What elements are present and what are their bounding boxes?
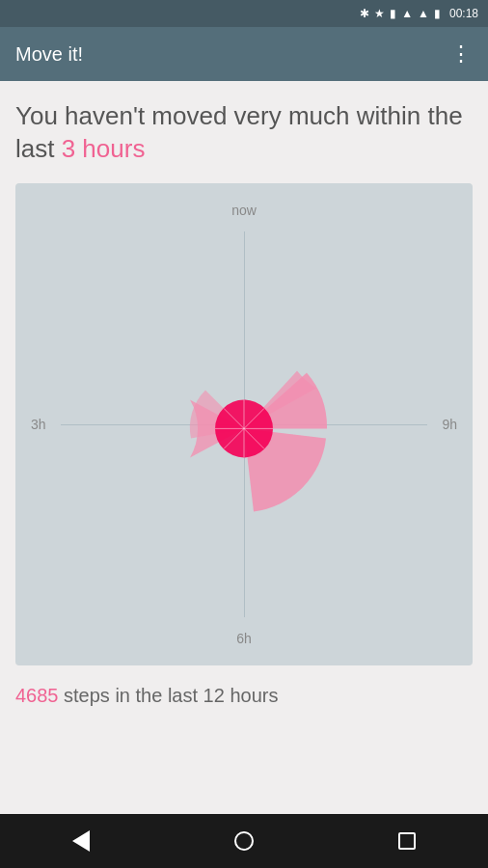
main-content: You haven't moved very much within the l…	[0, 81, 488, 722]
steps-count: 4685	[15, 685, 59, 706]
status-bar: ✱ ★ ▮ ▲ ▲ ▮ 00:18	[0, 0, 488, 27]
battery-icon: ▮	[434, 7, 441, 20]
activity-message: You haven't moved very much within the l…	[15, 100, 473, 166]
steps-summary: 4685 steps in the last 12 hours	[15, 685, 473, 707]
steps-suffix: steps in the last 12 hours	[59, 685, 279, 706]
chart-label-3h: 3h	[31, 417, 46, 432]
wifi-icon: ▲	[401, 7, 413, 20]
navigation-bar	[0, 814, 488, 868]
polar-chart	[138, 322, 350, 534]
app-title: Move it!	[15, 43, 83, 66]
status-icons: ✱ ★ ▮ ▲ ▲ ▮ 00:18	[360, 7, 478, 20]
signal-icon: ▲	[418, 7, 429, 20]
back-button[interactable]	[72, 830, 90, 852]
app-bar: Move it! ⋮	[0, 27, 488, 81]
message-highlight: 3 hours	[62, 134, 146, 163]
status-time: 00:18	[449, 7, 478, 20]
star-icon: ★	[374, 7, 385, 20]
vibrate-icon: ▮	[390, 7, 396, 20]
home-button[interactable]	[234, 831, 254, 851]
chart-label-9h: 9h	[442, 417, 457, 432]
chart-label-6h: 6h	[236, 631, 252, 646]
activity-chart-card: now 6h 3h 9h	[15, 183, 473, 665]
chart-label-now: now	[231, 203, 257, 218]
recents-button[interactable]	[398, 832, 416, 850]
overflow-menu-button[interactable]: ⋮	[450, 41, 473, 67]
bluetooth-icon: ✱	[360, 7, 369, 20]
